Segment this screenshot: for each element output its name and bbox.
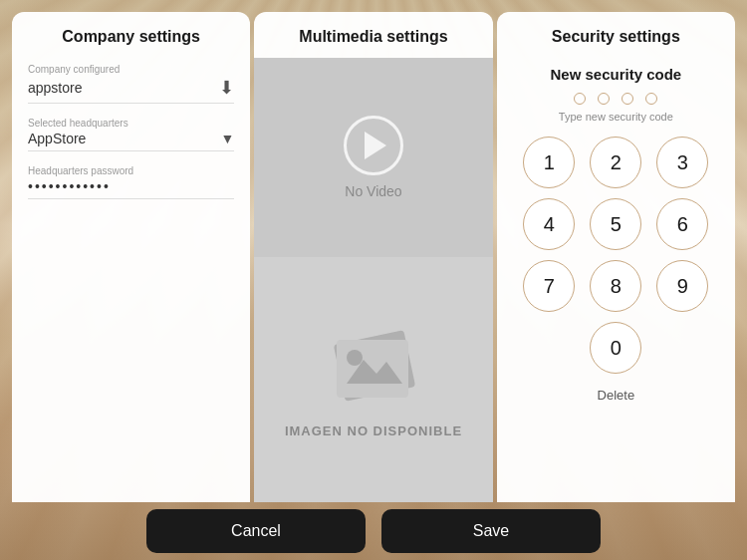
company-configured-value: appstore — [28, 80, 219, 96]
svg-point-3 — [347, 350, 363, 366]
headquarters-field: Selected headquarters AppStore ▼ — [12, 112, 250, 159]
code-dot-1 — [574, 93, 586, 105]
download-icon[interactable]: ⬇ — [219, 77, 234, 99]
code-dots-row — [574, 93, 657, 105]
numpad-btn-2[interactable]: 2 — [590, 137, 641, 188]
numpad-btn-3[interactable]: 3 — [656, 137, 708, 188]
numpad-btn-9[interactable]: 9 — [656, 260, 708, 312]
security-content: New security code Type new security code… — [497, 58, 735, 502]
new-security-code-label: New security code — [550, 66, 681, 83]
no-image-icon — [319, 322, 428, 412]
code-dot-3 — [622, 93, 633, 105]
play-triangle-icon — [365, 132, 386, 159]
numpad: 1 2 3 4 5 6 7 8 9 — [497, 137, 735, 312]
svg-rect-1 — [337, 340, 408, 398]
multimedia-panel: Multimedia settings No Video — [254, 12, 492, 502]
password-label: Headquarters password — [28, 165, 234, 176]
numpad-btn-4[interactable]: 4 — [523, 198, 575, 250]
password-row: •••••••••••• — [28, 178, 234, 199]
panels-row: Company settings Company configured apps… — [0, 0, 747, 502]
security-panel-title: Security settings — [497, 12, 735, 58]
no-video-text: No Video — [345, 183, 401, 199]
numpad-btn-6[interactable]: 6 — [656, 198, 708, 250]
headquarters-value: AppStore — [28, 131, 220, 146]
company-configured-row: appstore ⬇ — [28, 77, 234, 104]
numpad-btn-0[interactable]: 0 — [590, 322, 641, 374]
security-panel: Security settings New security code Type… — [497, 12, 735, 502]
code-dot-2 — [598, 93, 610, 105]
chevron-down-icon: ▼ — [220, 131, 234, 146]
numpad-btn-1[interactable]: 1 — [523, 137, 575, 188]
save-button[interactable]: Save — [381, 509, 601, 553]
numpad-btn-8[interactable]: 8 — [590, 260, 641, 312]
password-field: Headquarters password •••••••••••• — [12, 159, 250, 207]
video-placeholder: No Video — [254, 58, 492, 257]
headquarters-row[interactable]: AppStore ▼ — [28, 131, 234, 151]
delete-button[interactable]: Delete — [598, 388, 635, 403]
bottom-bar: Cancel Save — [0, 502, 747, 560]
no-image-text: IMAGEN NO DISPONIBLE — [285, 423, 462, 438]
type-code-label: Type new security code — [559, 111, 673, 123]
numpad-btn-5[interactable]: 5 — [590, 198, 641, 250]
numpad-btn-7[interactable]: 7 — [523, 260, 575, 312]
play-button[interactable] — [344, 116, 403, 175]
company-panel-title: Company settings — [12, 12, 250, 58]
cancel-label: Cancel — [231, 522, 281, 540]
save-label: Save — [473, 522, 509, 540]
main-container: Company settings Company configured apps… — [0, 0, 747, 560]
company-configured-label: Company configured — [28, 64, 234, 75]
cancel-button[interactable]: Cancel — [146, 509, 366, 553]
headquarters-label: Selected headquarters — [28, 118, 234, 129]
company-configured-field: Company configured appstore ⬇ — [12, 58, 250, 112]
password-value[interactable]: •••••••••••• — [28, 178, 234, 194]
code-dot-4 — [645, 93, 657, 105]
image-placeholder: IMAGEN NO DISPONIBLE — [254, 257, 492, 502]
company-panel: Company settings Company configured apps… — [12, 12, 250, 502]
multimedia-panel-title: Multimedia settings — [254, 12, 492, 58]
numpad-zero-row: 0 — [590, 322, 641, 374]
